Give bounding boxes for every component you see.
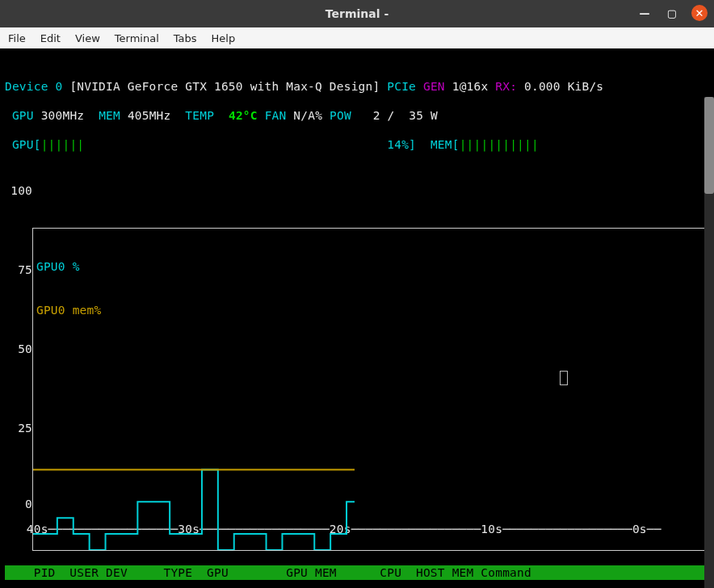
- gpu-bar-pct: 14%]: [387, 138, 416, 151]
- terminal-area[interactable]: Device 0 [NVIDIA GeForce GTX 1650 with M…: [0, 48, 714, 588]
- device-name: [NVIDIA GeForce GTX 1650 with Max-Q Desi…: [69, 80, 380, 93]
- y-axis-labels: 100 75 50 25 0: [5, 184, 32, 507]
- menu-help[interactable]: Help: [212, 32, 236, 44]
- gpu-bar-fill: ||||||: [41, 138, 85, 151]
- y-50: 50: [18, 342, 32, 356]
- temp-label: TEMP: [185, 109, 214, 122]
- window-title: Terminal -: [326, 7, 388, 20]
- utilization-chart: GPU0 % GPU0 mem%: [32, 228, 706, 551]
- gen-value: 1@16x: [452, 80, 489, 93]
- gpu-clock-label: GPU: [12, 109, 34, 122]
- scrollbar[interactable]: [704, 97, 714, 588]
- pcie-label: PCIe: [387, 80, 416, 93]
- mem-clock: 405MHz: [128, 109, 171, 122]
- menubar: File Edit View Terminal Tabs Help: [0, 27, 714, 48]
- device-line: Device 0 [NVIDIA GeForce GTX 1650 with M…: [5, 79, 709, 94]
- rx-value: 0.000 KiB/s: [524, 80, 603, 93]
- util-bar-line: GPU[|||||| 14%] MEM[||||||||||| 1: [5, 137, 709, 152]
- fan-value: N/A%: [293, 109, 322, 122]
- scrollbar-thumb[interactable]: [704, 97, 714, 194]
- fan-label: FAN: [265, 109, 287, 122]
- y-100: 100: [10, 183, 32, 198]
- window-titlebar: Terminal - — ▢ ✕: [0, 0, 714, 27]
- y-75: 75: [18, 262, 32, 277]
- mem-bar-open: MEM[: [430, 138, 460, 151]
- minimize-button[interactable]: —: [636, 5, 653, 21]
- menu-file[interactable]: File: [8, 32, 26, 44]
- gpu-clock: 300MHz: [41, 109, 85, 122]
- maximize-button[interactable]: ▢: [664, 5, 680, 21]
- menu-tabs[interactable]: Tabs: [174, 32, 197, 44]
- y-25: 25: [18, 421, 32, 435]
- process-header[interactable]: PID USER DEV TYPE GPU GPU MEM CPU HOST M…: [5, 565, 709, 580]
- menu-view[interactable]: View: [75, 32, 100, 44]
- temp-value: 42°C: [229, 109, 258, 122]
- rx-label: RX:: [495, 80, 517, 93]
- y-0: 0: [25, 497, 32, 511]
- mem-clock-label: MEM: [99, 109, 120, 122]
- chart-svg: [33, 229, 355, 550]
- pow-value: 2 / 35 W: [359, 109, 438, 122]
- clock-line: GPU 300MHz MEM 405MHz TEMP 42°C FAN N/A%…: [5, 108, 709, 123]
- mem-bar-fill: |||||||||||: [460, 138, 539, 151]
- gen-label: GEN: [423, 80, 445, 93]
- device-label: Device 0: [5, 80, 62, 93]
- pow-label: POW: [330, 109, 351, 122]
- menu-edit[interactable]: Edit: [40, 32, 61, 44]
- text-cursor-icon: [560, 371, 568, 385]
- gpu-bar-open: GPU[: [12, 138, 41, 151]
- close-button[interactable]: ✕: [691, 5, 708, 21]
- menu-terminal[interactable]: Terminal: [115, 32, 159, 44]
